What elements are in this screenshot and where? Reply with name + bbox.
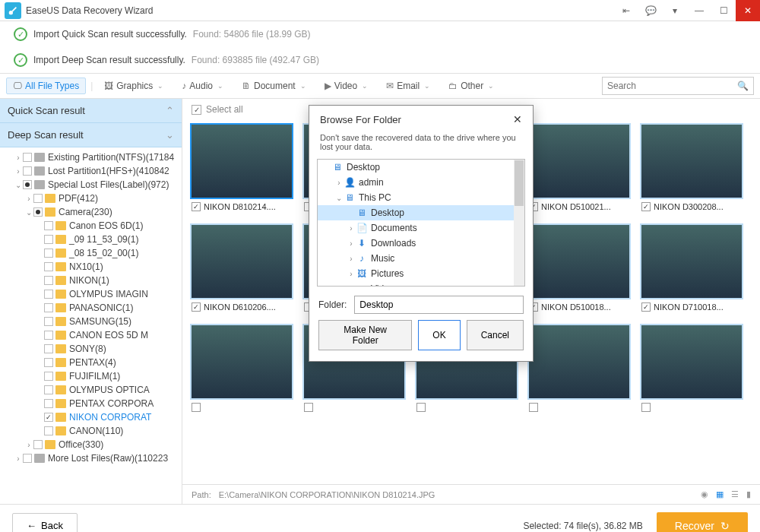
tree-checkbox[interactable]	[44, 317, 53, 326]
expand-icon[interactable]: ⌄	[334, 194, 344, 202]
thumbnail[interactable]	[640, 324, 743, 415]
tree-checkbox[interactable]	[33, 440, 43, 449]
expand-icon[interactable]: ›	[347, 270, 356, 278]
thumb-checkbox[interactable]	[416, 403, 426, 412]
thumb-image[interactable]	[527, 223, 631, 299]
back-button[interactable]: ← Back	[12, 513, 78, 532]
dialog-folder-tree[interactable]: 🖥Desktop›👤admin⌄🖥This PC🖥Desktop›📄Docume…	[317, 159, 525, 287]
tree-checkbox[interactable]	[44, 235, 53, 244]
tree-checkbox[interactable]	[33, 194, 43, 203]
expand-icon[interactable]: ⌄	[24, 208, 33, 217]
filter-all-file-types[interactable]: 🖵 All File Types	[6, 78, 86, 94]
tree-checkbox[interactable]	[44, 413, 53, 422]
maximize-button[interactable]: ☐	[711, 0, 736, 21]
tree-row[interactable]: OLYMPUS IMAGIN	[3, 287, 182, 301]
thumb-checkbox[interactable]	[641, 302, 651, 312]
thumb-checkbox[interactable]	[529, 403, 538, 412]
tree-row[interactable]: ⌄Camera(230)	[3, 205, 182, 219]
thumb-image[interactable]	[527, 123, 631, 199]
tree-checkbox[interactable]	[44, 331, 53, 340]
filter-other[interactable]: 🗀Other⌄	[442, 78, 501, 94]
search-box[interactable]: 🔍	[602, 77, 754, 95]
tree-checkbox[interactable]	[23, 153, 32, 162]
import-icon[interactable]: ⇤	[614, 0, 638, 21]
thumb-checkbox[interactable]	[192, 302, 201, 312]
tree-row[interactable]: FUJIFILM(1)	[3, 369, 182, 383]
tree-row[interactable]: _08 15_02_00(1)	[3, 246, 182, 260]
tree-checkbox[interactable]	[33, 207, 43, 217]
thumbnail[interactable]: NIKON D710018...	[640, 223, 743, 315]
thumbnail[interactable]: NIKON D510021...	[527, 123, 631, 214]
thumbnail[interactable]: NIKON D510018...	[527, 223, 631, 315]
scrollbar-vertical[interactable]	[514, 160, 524, 286]
detail-view-icon[interactable]: ▮	[746, 489, 751, 499]
thumb-checkbox[interactable]	[192, 202, 201, 211]
thumbnail[interactable]: NIKON D610206....	[190, 223, 293, 315]
thumb-image[interactable]	[640, 123, 743, 199]
cancel-button[interactable]: Cancel	[467, 320, 524, 350]
close-button[interactable]: ✕	[736, 0, 760, 21]
tree-checkbox[interactable]	[44, 303, 53, 312]
thumb-image[interactable]	[640, 324, 743, 400]
thumb-image[interactable]	[527, 324, 631, 400]
tree-row[interactable]: NX10(1)	[3, 260, 182, 274]
tree-row[interactable]: ›Office(330)	[3, 438, 182, 451]
thumbnail[interactable]: NIKON D810214....	[190, 123, 293, 214]
tree-row[interactable]: ›Lost Partition1(HFS+)(410842	[3, 164, 182, 178]
expand-icon[interactable]: ›	[334, 179, 344, 187]
expand-icon[interactable]: ›	[347, 224, 356, 233]
tree-row[interactable]: SAMSUNG(15)	[3, 315, 182, 328]
make-new-folder-button[interactable]: Make New Folder	[318, 320, 412, 350]
tree-checkbox[interactable]	[44, 358, 53, 367]
thumb-image[interactable]	[640, 223, 743, 299]
folder-tree[interactable]: ›Existing Partition(NTFS)(17184›Lost Par…	[0, 147, 182, 504]
dialog-tree-row[interactable]: ›📄Documents	[318, 220, 524, 236]
tree-checkbox[interactable]	[44, 221, 53, 230]
tree-row[interactable]: PENTAX CORPORA	[3, 397, 182, 410]
expand-icon[interactable]: ›	[347, 285, 356, 287]
minimize-button[interactable]: —	[687, 0, 711, 21]
search-input[interactable]	[607, 81, 737, 91]
dialog-close-button[interactable]: ✕	[513, 113, 522, 125]
tree-row[interactable]: CANON EOS 5D M	[3, 328, 182, 342]
filter-video[interactable]: ▶Video⌄	[318, 78, 375, 94]
tree-row[interactable]: ⌄Special Lost Files(Label)(972)	[3, 178, 182, 192]
dialog-tree-row[interactable]: 🖥Desktop	[318, 205, 524, 220]
tree-checkbox[interactable]	[44, 385, 53, 394]
expand-icon[interactable]: ›	[14, 154, 23, 162]
thumb-image[interactable]	[190, 223, 293, 299]
tree-checkbox[interactable]	[44, 426, 53, 435]
quick-scan-header[interactable]: Quick Scan result ⌃	[0, 99, 182, 123]
tree-row[interactable]: Canon EOS 6D(1)	[3, 219, 182, 233]
select-all-checkbox[interactable]: ✓	[192, 105, 201, 115]
thumb-checkbox[interactable]	[304, 403, 313, 412]
expand-icon[interactable]: ›	[14, 454, 23, 463]
dialog-tree-row[interactable]: ›▣Videos	[318, 281, 524, 287]
tree-checkbox[interactable]	[23, 166, 32, 176]
tree-checkbox[interactable]	[44, 344, 53, 353]
thumb-checkbox[interactable]	[192, 403, 201, 412]
tree-checkbox[interactable]	[44, 290, 53, 299]
tree-row[interactable]: CANON(110)	[3, 424, 182, 438]
expand-icon[interactable]: ›	[14, 167, 23, 176]
tree-row[interactable]: _09 11_53_09(1)	[3, 233, 182, 246]
thumb-checkbox[interactable]	[641, 202, 651, 211]
filter-audio[interactable]: ♪Audio⌄	[175, 78, 230, 94]
filter-document[interactable]: 🗎Document⌄	[235, 78, 313, 94]
tree-checkbox[interactable]	[23, 454, 32, 463]
menu-icon[interactable]: ▾	[663, 0, 687, 21]
dialog-tree-row[interactable]: ⌄🖥This PC	[318, 190, 524, 205]
filter-graphics[interactable]: 🖼Graphics⌄	[97, 78, 170, 94]
tree-row[interactable]: OLYMPUS OPTICA	[3, 383, 182, 397]
tree-row[interactable]: NIKON(1)	[3, 274, 182, 287]
preview-view-icon[interactable]: ◉	[701, 489, 708, 499]
filter-email[interactable]: ✉Email⌄	[379, 78, 437, 94]
dialog-tree-row[interactable]: ›🖼Pictures	[318, 266, 524, 281]
thumbnail[interactable]	[190, 324, 293, 415]
thumbnail[interactable]	[527, 324, 631, 415]
tree-checkbox[interactable]	[44, 399, 53, 408]
tree-row[interactable]: ›Existing Partition(NTFS)(17184	[3, 150, 182, 164]
thumb-checkbox[interactable]	[641, 403, 651, 412]
ok-button[interactable]: OK	[418, 320, 460, 350]
tree-row[interactable]: PENTAX(4)	[3, 356, 182, 369]
